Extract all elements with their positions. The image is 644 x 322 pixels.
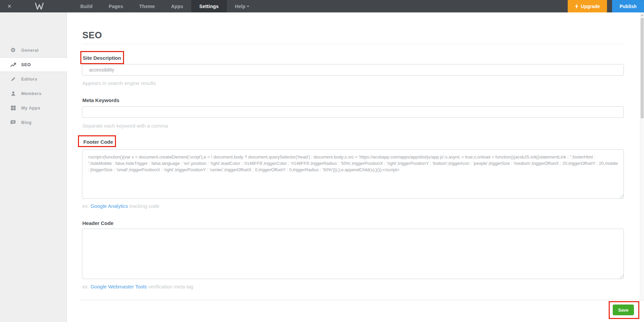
site-description-hint: Appears in search engine results xyxy=(82,80,156,86)
scrollbar-thumb[interactable] xyxy=(641,18,644,119)
save-bar xyxy=(67,300,644,322)
grid-icon xyxy=(10,105,16,111)
nav-theme-label: Theme xyxy=(139,4,155,9)
header-code-textarea[interactable] xyxy=(82,229,624,279)
footer-code-label: Footer Code xyxy=(83,139,113,145)
footer-code-textarea[interactable]: <script>(function(){var s = document.cre… xyxy=(82,149,624,199)
publish-button[interactable]: Publish xyxy=(612,0,644,12)
sidebar-item-members-label: Members xyxy=(21,91,42,96)
nav-help[interactable]: Help ▾ xyxy=(227,0,257,12)
sidebar-item-members[interactable]: Members xyxy=(0,86,67,101)
settings-sidebar: ⚙ General SEO Editors Members My Apps xyxy=(0,12,67,322)
weebly-logo-icon xyxy=(35,2,44,10)
sidebar-item-general-label: General xyxy=(21,48,39,53)
meta-keywords-input[interactable] xyxy=(82,106,624,118)
sidebar-item-general[interactable]: ⚙ General xyxy=(0,43,67,57)
chat-bubble-icon xyxy=(10,120,16,126)
google-analytics-link[interactable]: Google Analytics xyxy=(90,203,128,209)
pencil-icon xyxy=(10,76,16,82)
upgrade-button[interactable]: Upgrade xyxy=(568,0,607,12)
sidebar-item-my-apps-label: My Apps xyxy=(21,105,40,110)
footer-code-hint: ex. Google Analytics tracking code xyxy=(82,203,159,209)
trending-up-icon xyxy=(10,62,16,68)
nav-pages[interactable]: Pages xyxy=(101,0,131,12)
nav-build[interactable]: Build xyxy=(72,0,101,12)
scroll-up-arrow-icon[interactable]: ▲ xyxy=(640,12,644,17)
google-webmaster-tools-link[interactable]: Google Webmaster Tools xyxy=(90,284,147,289)
nav-apps[interactable]: Apps xyxy=(163,0,191,12)
nav-help-label: Help xyxy=(235,4,246,9)
upgrade-button-label: Upgrade xyxy=(581,4,600,9)
save-button[interactable]: Save xyxy=(613,305,634,315)
lightning-icon xyxy=(575,4,578,9)
header-code-label: Header Code xyxy=(82,220,114,226)
footer-hint-prefix: ex. xyxy=(82,203,90,209)
footer-hint-suffix: tracking code xyxy=(128,203,159,209)
save-bar-divider xyxy=(79,300,644,300)
site-description-label: Site Description xyxy=(83,55,121,61)
sidebar-item-blog[interactable]: Blog xyxy=(0,115,67,130)
vertical-scrollbar[interactable]: ▲ xyxy=(640,12,644,300)
meta-keywords-hint: Separate each keyword with a comma xyxy=(82,123,168,129)
nav-theme[interactable]: Theme xyxy=(131,0,163,12)
nav-pages-label: Pages xyxy=(109,4,123,9)
top-bar: ✕ Build Pages Theme Apps Settings Help ▾… xyxy=(0,0,644,12)
page-title: SEO xyxy=(82,30,102,41)
sidebar-item-my-apps[interactable]: My Apps xyxy=(0,101,67,115)
sidebar-item-editors[interactable]: Editors xyxy=(0,72,67,86)
nav-settings[interactable]: Settings xyxy=(191,0,227,12)
sidebar-item-seo-label: SEO xyxy=(21,62,31,67)
nav-settings-label: Settings xyxy=(199,4,219,9)
meta-keywords-label: Meta Keywords xyxy=(82,97,119,103)
site-description-input[interactable] xyxy=(82,64,624,76)
publish-button-label: Publish xyxy=(619,4,637,9)
header-hint-prefix: ex. xyxy=(82,284,90,289)
close-icon[interactable]: ✕ xyxy=(5,0,14,12)
person-icon xyxy=(10,91,16,97)
header-hint-suffix: verification meta tag xyxy=(147,284,193,289)
title-divider xyxy=(82,44,624,44)
sidebar-item-editors-label: Editors xyxy=(21,77,37,82)
sidebar-item-blog-label: Blog xyxy=(21,120,32,125)
nav-apps-label: Apps xyxy=(171,4,183,9)
top-nav: Build Pages Theme Apps Settings Help ▾ xyxy=(72,0,257,12)
header-code-hint: ex. Google Webmaster Tools verification … xyxy=(82,284,193,289)
nav-build-label: Build xyxy=(80,4,93,9)
gear-icon: ⚙ xyxy=(10,47,16,53)
sidebar-item-seo[interactable]: SEO xyxy=(0,57,67,72)
chevron-down-icon: ▾ xyxy=(247,4,249,8)
